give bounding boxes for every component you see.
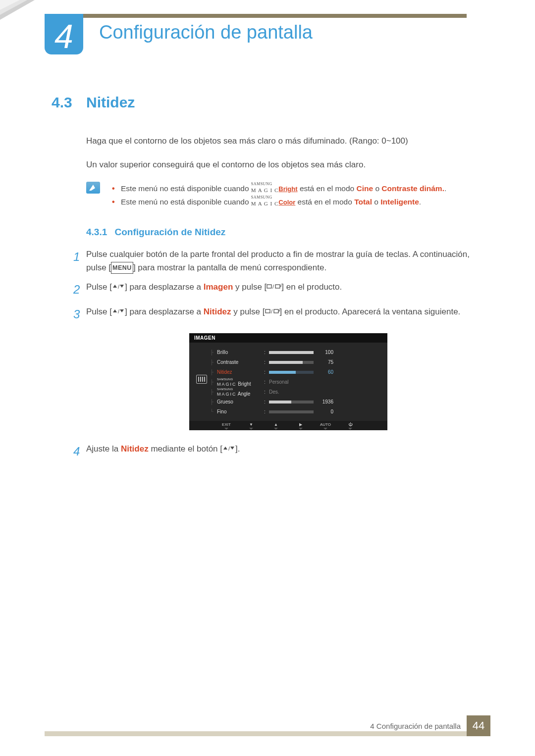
rect-enter-icon: / <box>267 280 281 294</box>
svg-marker-14 <box>230 447 234 450</box>
svg-marker-0 <box>113 285 117 288</box>
osd-row: ├SAMSUNGMAGIC Angle:Des. <box>210 387 380 397</box>
osd-row: ├SAMSUNGMAGIC Bright:Personal <box>210 377 380 387</box>
up-down-arrow-icon: / <box>112 280 125 294</box>
osd-row: ├Grueso:1936 <box>210 397 380 407</box>
svg-text:/: / <box>118 308 120 314</box>
osd-nav-button: ▶ <box>288 422 313 430</box>
up-down-arrow-icon: / <box>112 305 125 318</box>
svg-marker-2 <box>120 285 124 288</box>
osd-nav-button: AUTO <box>313 422 338 430</box>
svg-rect-5 <box>275 285 280 288</box>
subsection-number: 4.3.1 <box>86 227 107 237</box>
osd-row: └Fino:0 <box>210 407 380 417</box>
chapter-number-badge: 4 <box>45 14 83 54</box>
menu-key-icon: MENU <box>111 262 133 274</box>
svg-text:/: / <box>272 284 274 290</box>
step-1: 1 Pulse cualquier botón de la parte fron… <box>73 248 490 274</box>
corner-decoration <box>0 0 50 40</box>
svg-marker-6 <box>113 309 117 312</box>
intro-p2: Un valor superior conseguirá que el cont… <box>86 158 490 171</box>
rect-enter-icon: / <box>265 305 280 318</box>
osd-row: ├Contraste:75 <box>210 357 380 367</box>
svg-text:/: / <box>228 446 230 452</box>
osd-row: ├Brillo:100 <box>210 348 380 357</box>
note-item-1: • Este menú no está disponible cuando SA… <box>112 182 490 195</box>
top-accent-bar <box>83 14 467 18</box>
note-icon <box>86 182 100 194</box>
section-number: 4.3 <box>52 94 86 111</box>
svg-marker-8 <box>120 309 124 312</box>
svg-rect-9 <box>266 309 270 313</box>
section-title: Nitidez <box>86 94 135 111</box>
note-item-2: • Este menú no está disponible cuando SA… <box>112 195 490 208</box>
note-block: • Este menú no está disponible cuando SA… <box>86 182 490 209</box>
section-heading: 4.3 Nitidez <box>52 94 490 111</box>
chapter-title: Configuración de pantalla <box>99 22 313 43</box>
page-number: 44 <box>467 715 490 736</box>
subsection-title: Configuración de Nitidez <box>115 227 226 237</box>
up-down-arrow-icon: / <box>222 442 235 455</box>
svg-text:/: / <box>118 284 120 290</box>
svg-text:/: / <box>271 308 273 314</box>
intro-text: Haga que el contorno de los objetos sea … <box>86 135 490 171</box>
osd-menu-screenshot: IMAGEN ├Brillo:100├Contraste:75├Nitidez:… <box>189 333 387 430</box>
osd-nav-button: ▲ <box>264 422 288 430</box>
intro-p1: Haga que el contorno de los objetos sea … <box>86 135 490 148</box>
subsection-heading: 4.3.1 Configuración de Nitidez <box>86 227 490 238</box>
svg-marker-12 <box>223 447 227 450</box>
footer-accent-bar <box>45 731 467 736</box>
svg-rect-3 <box>267 285 271 288</box>
osd-button-row: EXIT▼▲▶AUTO⏻ <box>189 421 387 430</box>
osd-nav-button: EXIT <box>214 422 239 430</box>
osd-row: ├Nitidez:60 <box>210 367 380 377</box>
step-4: 4 Ajuste la Nitidez mediante el botón [/… <box>73 442 490 461</box>
osd-nav-button: ⏻ <box>338 422 363 430</box>
svg-rect-11 <box>274 309 278 313</box>
osd-category-icon <box>196 375 207 384</box>
step-2: 2 Pulse [/] para desplazarse a Imagen y … <box>73 280 490 299</box>
footer: 4 Configuración de pantalla 44 <box>0 715 535 736</box>
osd-nav-button: ▼ <box>239 422 264 430</box>
osd-title: IMAGEN <box>189 333 387 343</box>
step-3: 3 Pulse [/] para desplazarse a Nitidez y… <box>73 305 490 324</box>
footer-chapter-label: 4 Configuración de pantalla <box>370 722 461 730</box>
